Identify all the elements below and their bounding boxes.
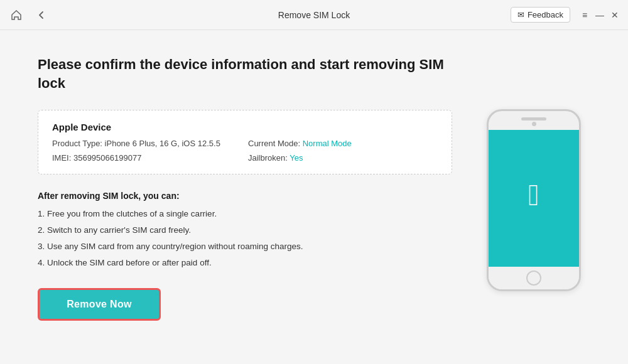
remove-now-button[interactable]: Remove Now bbox=[38, 288, 161, 321]
current-mode-info: Current Mode: Normal Mode bbox=[248, 139, 438, 148]
phone-mockup:  bbox=[487, 109, 581, 291]
window-controls: ≡ — ✕ bbox=[579, 9, 620, 21]
imei-value: 356995066199077 bbox=[73, 153, 141, 163]
list-item: 4. Unlock the SIM card before or after p… bbox=[38, 257, 452, 269]
titlebar-left bbox=[8, 6, 50, 24]
feedback-icon: ✉ bbox=[517, 10, 524, 19]
product-info: Product Type: iPhone 6 Plus, 16 G, iOS 1… bbox=[52, 139, 242, 148]
device-card: Apple Device Product Type: iPhone 6 Plus… bbox=[38, 110, 452, 174]
page-title: Please confirm the device information an… bbox=[38, 55, 452, 92]
home-icon[interactable] bbox=[8, 6, 25, 24]
back-icon[interactable] bbox=[33, 6, 50, 24]
phone-screen:  bbox=[489, 130, 579, 267]
phone-speaker bbox=[521, 117, 546, 120]
product-label: Product Type: bbox=[52, 139, 105, 148]
minimize-button[interactable]: — bbox=[594, 9, 605, 21]
current-mode-value: Normal Mode bbox=[303, 139, 352, 148]
list-item: 1. Free you from the clutches of a singl… bbox=[38, 208, 452, 220]
close-button[interactable]: ✕ bbox=[609, 9, 620, 21]
window-title: Remove SIM Lock bbox=[278, 10, 350, 20]
right-panel:  bbox=[471, 55, 597, 345]
titlebar-right: ✉ Feedback ≡ — ✕ bbox=[511, 7, 620, 23]
main-content: Please confirm the device information an… bbox=[0, 30, 628, 364]
phone-camera bbox=[532, 122, 536, 126]
titlebar: Remove SIM Lock ✉ Feedback ≡ — ✕ bbox=[0, 0, 628, 30]
menu-button[interactable]: ≡ bbox=[579, 9, 590, 21]
phone-home-button bbox=[526, 270, 541, 286]
jailbroken-info: Jailbroken: Yes bbox=[248, 153, 438, 163]
left-panel: Please confirm the device information an… bbox=[38, 55, 471, 345]
benefits-title: After removing SIM lock, you can: bbox=[38, 191, 452, 201]
jailbroken-value: Yes bbox=[290, 153, 303, 163]
feedback-label: Feedback bbox=[528, 10, 563, 19]
list-item: 3. Use any SIM card from any country/reg… bbox=[38, 241, 452, 253]
device-info-grid: Product Type: iPhone 6 Plus, 16 G, iOS 1… bbox=[52, 139, 438, 163]
current-mode-label: Current Mode: bbox=[248, 139, 303, 148]
benefits-list: 1. Free you from the clutches of a singl… bbox=[38, 208, 452, 269]
device-name: Apple Device bbox=[52, 122, 438, 132]
jailbroken-label: Jailbroken: bbox=[248, 153, 290, 163]
feedback-button[interactable]: ✉ Feedback bbox=[511, 7, 570, 23]
list-item: 2. Switch to any carrier's SIM card free… bbox=[38, 225, 452, 237]
product-value: iPhone 6 Plus, 16 G, iOS 12.5.5 bbox=[105, 139, 220, 148]
imei-label: IMEI: bbox=[52, 153, 73, 163]
phone-bottom bbox=[489, 267, 579, 289]
apple-logo-icon:  bbox=[528, 180, 539, 210]
imei-info: IMEI: 356995066199077 bbox=[52, 153, 242, 163]
